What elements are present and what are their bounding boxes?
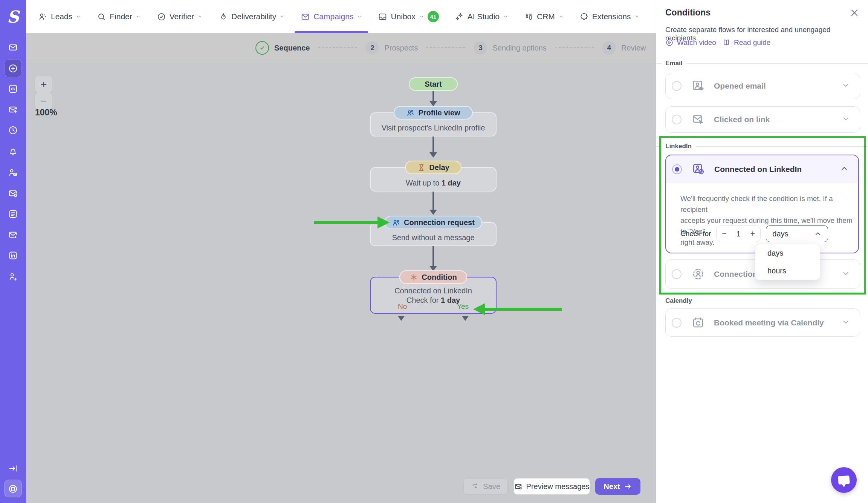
step-done-check-icon	[255, 41, 269, 55]
verifier-icon	[157, 12, 166, 21]
create-new-icon[interactable]	[0, 61, 26, 76]
condition-card-clicked-link[interactable]: Clicked on link	[665, 106, 860, 133]
dropdown-option-days[interactable]: days	[755, 244, 820, 262]
card-label: Opened email	[714, 81, 766, 90]
chevron-down-icon	[76, 14, 81, 19]
step-label: Sending options	[492, 44, 546, 52]
flow-connector-arrowhead	[429, 152, 437, 158]
radio-selected[interactable]	[672, 164, 682, 174]
chevron-down-icon[interactable]	[842, 115, 850, 124]
crm-columns-icon	[524, 12, 533, 21]
mail-icon[interactable]	[0, 40, 26, 55]
notifications-bell-icon[interactable]	[0, 144, 26, 159]
radio-unselected[interactable]	[672, 318, 682, 328]
step-sending-options[interactable]: 3 Sending options	[474, 41, 546, 55]
increment-button[interactable]: +	[750, 229, 755, 239]
preview-envelope-icon	[514, 482, 523, 491]
arrow-right-icon	[624, 482, 632, 491]
flow-node-condition[interactable]: Condition	[399, 270, 467, 284]
unibox-unread-badge: 41	[428, 11, 439, 22]
connected-linkedin-header[interactable]: Connected on LinkedIn	[666, 155, 858, 183]
next-button[interactable]: Next	[595, 478, 640, 495]
nav-deliverability[interactable]: Deliverability	[219, 0, 285, 33]
book-icon	[722, 38, 730, 47]
watch-video-link[interactable]: Watch video	[665, 38, 716, 47]
zoom-in-button[interactable]: +	[35, 76, 52, 93]
flow-node-delay[interactable]: Delay	[405, 161, 462, 174]
annotation-arrow-right-shaft	[485, 308, 562, 311]
ai-studio-sparkles-icon	[455, 12, 464, 21]
save-button[interactable]: Save	[463, 478, 508, 495]
step-separator	[555, 48, 594, 48]
panel-title: Conditions	[665, 8, 711, 18]
nav-verifier[interactable]: Verifier	[157, 0, 203, 33]
deliverability-flame-icon	[219, 12, 228, 21]
node-description-bold: 1 day	[442, 179, 461, 187]
mail-status-icon[interactable]	[0, 227, 26, 242]
radio-unselected[interactable]	[672, 115, 682, 124]
flow-connector	[432, 136, 434, 152]
step-prospects[interactable]: 2 Prospects	[365, 41, 418, 55]
node-label: Start	[425, 80, 442, 89]
nav-crm[interactable]: CRM	[524, 0, 564, 33]
quantity-value[interactable]: 1	[737, 230, 741, 238]
nav-campaigns[interactable]: Campaigns	[301, 0, 362, 33]
nav-finder[interactable]: Finder	[97, 0, 141, 33]
condition-card-connected-linkedin: Connected on LinkedIn We'll frequently c…	[665, 155, 859, 253]
linkedin-icon[interactable]	[0, 248, 26, 263]
add-prospect-icon[interactable]	[0, 269, 26, 284]
decrement-button[interactable]: −	[722, 229, 727, 239]
templates-icon[interactable]	[0, 206, 26, 221]
calendly-icon	[691, 315, 706, 330]
help-lifebuoy-icon[interactable]	[0, 481, 26, 496]
card-label: Booked meeting via Calendly	[714, 318, 824, 327]
flow-node-profile-view[interactable]: Profile view	[394, 106, 473, 120]
statistics-icon[interactable]	[0, 81, 26, 96]
nav-label: CRM	[537, 12, 555, 21]
preview-messages-button[interactable]: Preview messages	[513, 478, 590, 495]
chevron-down-icon[interactable]	[842, 269, 850, 279]
branch-yes-arrowhead	[462, 316, 469, 321]
unit-select[interactable]: days	[766, 225, 828, 242]
nav-extensions[interactable]: Extensions	[579, 0, 640, 33]
chevron-down-icon	[197, 14, 203, 19]
flow-node-start[interactable]: Start	[409, 77, 458, 91]
condition-card-opened-email[interactable]: Opened email	[665, 73, 860, 99]
sequence-canvas[interactable]: Sequence 2 Prospects 3 Sending options 4…	[26, 33, 656, 503]
play-circle-icon	[665, 38, 674, 47]
watch-video-label: Watch video	[677, 38, 716, 47]
node-label: Condition	[422, 273, 457, 282]
hourglass-icon	[417, 163, 426, 172]
chevron-up-icon[interactable]	[840, 164, 848, 174]
email-accounts-icon[interactable]	[0, 186, 26, 201]
node-description: Visit prospect's LinkedIn profile	[382, 124, 485, 132]
flow-connector-arrowhead	[429, 101, 437, 106]
dropdown-option-hours[interactable]: hours	[755, 262, 820, 280]
chevron-down-icon[interactable]	[842, 81, 850, 91]
save-redo-icon	[471, 482, 479, 491]
read-guide-link[interactable]: Read guide	[722, 38, 770, 47]
nav-ai-studio[interactable]: AI Studio	[455, 0, 508, 33]
node-description: Wait up to	[406, 179, 442, 187]
chevron-down-icon[interactable]	[842, 318, 850, 328]
nav-unibox[interactable]: Unibox 41	[378, 0, 439, 33]
nav-leads[interactable]: Leads	[38, 0, 81, 33]
step-sequence[interactable]: Sequence	[255, 41, 310, 55]
radio-unselected[interactable]	[672, 81, 682, 91]
save-label: Save	[483, 482, 500, 491]
radio-unselected[interactable]	[672, 269, 682, 279]
chat-widget-button[interactable]	[831, 467, 857, 493]
history-clock-icon[interactable]	[0, 123, 26, 138]
collapse-sidebar-icon[interactable]	[0, 461, 26, 476]
flow-connector	[432, 246, 434, 266]
close-icon[interactable]	[850, 8, 859, 17]
left-sidebar: S	[0, 0, 26, 503]
flow-node-connection-request[interactable]: Connection request	[384, 216, 482, 229]
campaigns-envelope-icon	[301, 12, 310, 21]
condition-line2: Check for	[406, 296, 441, 304]
step-review[interactable]: 4 Review	[602, 41, 646, 55]
condition-card-booked-calendly[interactable]: Booked meeting via Calendly	[665, 308, 860, 337]
prospect-mail-icon[interactable]	[0, 165, 26, 180]
brand-logo[interactable]: S	[0, 0, 26, 33]
mail-send-icon[interactable]	[0, 102, 26, 117]
